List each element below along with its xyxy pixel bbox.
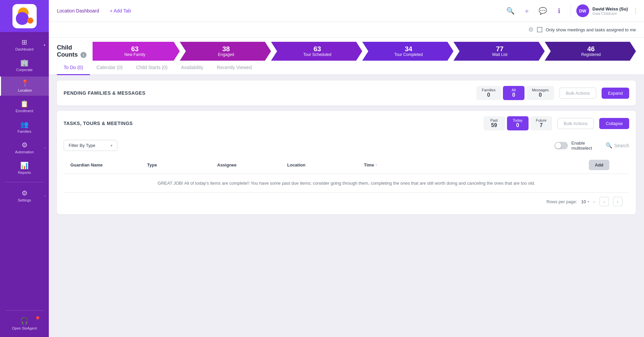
sidebar-logo bbox=[0, 0, 49, 32]
table-footer: Rows per page: 10 ▾ – ‹ › bbox=[64, 192, 629, 210]
pending-families-header: PENDING FAMILIES & MESSAGES Families0All… bbox=[57, 81, 636, 105]
logo-box bbox=[12, 4, 37, 28]
pending-bulk-actions-button[interactable]: Bulk Actions bbox=[560, 88, 596, 99]
rows-per-page-select[interactable]: 10 ▾ bbox=[581, 199, 589, 204]
topbar-tab-location-dashboard[interactable]: Location Dashboard bbox=[54, 7, 102, 15]
sidebar-item-enrollment[interactable]: 📋 Enrollment bbox=[0, 97, 49, 116]
funnel-step-registered[interactable]: 46Registered bbox=[545, 42, 636, 61]
tasks-title: TASKS, TOURS & MEETINGS bbox=[64, 121, 133, 126]
sidebar-item-label: Corporate bbox=[16, 68, 33, 72]
assigned-to-me-checkbox[interactable] bbox=[537, 27, 542, 32]
funnel-step-new-family[interactable]: 63New Family bbox=[93, 42, 180, 61]
topbar: Location Dashboard + Add Tab 🔍 ＋ 💬 ℹ DW … bbox=[49, 0, 644, 22]
multiselect-toggle[interactable] bbox=[554, 142, 568, 149]
sidebar-item-label: Reports bbox=[18, 171, 31, 175]
tab-availability[interactable]: Availability bbox=[174, 61, 210, 75]
agent-icon: 🎧 bbox=[20, 317, 29, 325]
dashboard-icon: ⊞ bbox=[22, 39, 27, 45]
main-content: Location Dashboard + Add Tab 🔍 ＋ 💬 ℹ DW … bbox=[49, 0, 644, 337]
user-more-icon[interactable]: ⋮ bbox=[633, 7, 639, 14]
pagination-next-button[interactable]: › bbox=[613, 197, 622, 206]
sidebar-item-corporate[interactable]: 🏢 Corporate bbox=[0, 56, 49, 75]
tasks-filter-group: Past59Today0Future7 bbox=[483, 116, 552, 130]
tasks-filter-past[interactable]: Past59 bbox=[483, 116, 505, 130]
toggle-thumb bbox=[555, 143, 561, 149]
sidebar-divider bbox=[5, 182, 44, 182]
location-icon: 📍 bbox=[21, 80, 29, 87]
sidebar: ⊞ Dashboard ▾ 🏢 Corporate 📍 Location 📋 E… bbox=[0, 0, 49, 337]
topbar-tabs: Location Dashboard + Add Tab bbox=[54, 7, 134, 15]
tasks-bulk-actions-button[interactable]: Bulk Actions bbox=[557, 118, 594, 129]
automation-icon: ⚙ bbox=[22, 142, 28, 148]
child-counts-label: Child Counts i bbox=[57, 44, 87, 58]
filter-by-type-dropdown[interactable]: Filter By Type ▾ bbox=[64, 140, 117, 151]
add-task-button[interactable]: Add bbox=[589, 160, 609, 170]
settings-gear-icon[interactable]: ⚙ bbox=[528, 26, 534, 33]
tab-recently-viewed[interactable]: Recently Viewed bbox=[210, 61, 259, 75]
funnel-step-tour-completed[interactable]: 34Tour Completed bbox=[362, 42, 453, 61]
sort-icon: ↑ bbox=[375, 163, 377, 167]
tab-to-do[interactable]: To Do (0) bbox=[57, 61, 90, 75]
sidebar-item-label: Enrollment bbox=[15, 109, 33, 113]
tab-calendar[interactable]: Calendar (0) bbox=[90, 61, 130, 75]
topbar-right: 🔍 ＋ 💬 ℹ DW David Weiss (Su) Gaia Childca… bbox=[505, 4, 639, 17]
sidebar-item-label: Families bbox=[18, 129, 31, 133]
tasks-card-header: TASKS, TOURS & MEETINGS Past59Today0Futu… bbox=[57, 111, 636, 136]
tasks-card: TASKS, TOURS & MEETINGS Past59Today0Futu… bbox=[57, 111, 636, 214]
pending-filter-messages[interactable]: Messages0 bbox=[527, 86, 554, 100]
table-message: GREAT JOB! All of today's items are comp… bbox=[64, 174, 629, 192]
tasks-controls: Filter By Type ▾ Enable multiselect 🔍 Se… bbox=[64, 140, 629, 151]
messages-icon-button[interactable]: 💬 bbox=[537, 5, 549, 17]
sidebar-item-dashboard[interactable]: ⊞ Dashboard ▾ bbox=[0, 35, 49, 55]
search-icon: 🔍 bbox=[606, 142, 612, 149]
sidebar-item-agent[interactable]: 🎧 Open SixAgent bbox=[0, 313, 49, 334]
pending-filter-families[interactable]: Families0 bbox=[476, 86, 501, 100]
th-type: Type bbox=[147, 160, 214, 170]
sidebar-item-label: Location bbox=[18, 88, 32, 92]
sidebar-bottom: 🎧 Open SixAgent bbox=[0, 308, 49, 337]
child-counts-info-icon[interactable]: i bbox=[80, 52, 87, 58]
multiselect-toggle-area: Enable multiselect bbox=[554, 141, 592, 151]
sidebar-item-label: Settings bbox=[18, 198, 31, 202]
sidebar-nav: ⊞ Dashboard ▾ 🏢 Corporate 📍 Location 📋 E… bbox=[0, 32, 49, 206]
corporate-icon: 🏢 bbox=[20, 59, 29, 66]
info-icon-button[interactable]: ℹ bbox=[553, 5, 565, 17]
funnel-step-tour-scheduled[interactable]: 63Tour Scheduled bbox=[271, 42, 362, 61]
search-label[interactable]: Search bbox=[614, 143, 629, 148]
th-location: Location bbox=[287, 160, 361, 170]
pagination-prev-button[interactable]: ‹ bbox=[600, 197, 609, 206]
sidebar-item-families[interactable]: 👥 Families bbox=[0, 118, 49, 137]
settings-icon: ⚙ bbox=[22, 190, 28, 196]
add-icon-button[interactable]: ＋ bbox=[521, 5, 533, 17]
tasks-collapse-button[interactable]: Collapse bbox=[599, 118, 629, 129]
th-add: Add bbox=[589, 160, 622, 170]
sidebar-item-location[interactable]: 📍 Location bbox=[0, 76, 49, 96]
funnel-step-engaged[interactable]: 38Engaged bbox=[180, 42, 271, 61]
chevron-right-icon: › bbox=[44, 194, 45, 198]
tasks-filter-future[interactable]: Future7 bbox=[531, 116, 552, 130]
sidebar-item-automation[interactable]: ⚙ Automation › bbox=[0, 138, 49, 157]
user-info: David Weiss (Su) Gaia Childcare bbox=[592, 6, 628, 16]
sidebar-item-settings[interactable]: ⚙ Settings › bbox=[0, 186, 49, 206]
filter-type-label: Filter By Type bbox=[69, 143, 95, 148]
th-time[interactable]: Time↑ bbox=[364, 160, 586, 170]
sidebar-item-label: Dashboard bbox=[15, 47, 34, 51]
rows-per-page-label: Rows per page: bbox=[546, 199, 577, 204]
content-area: ⚙ Only show meetings and tasks assigned … bbox=[49, 22, 644, 337]
add-tab-button[interactable]: + Add Tab bbox=[107, 7, 133, 15]
sidebar-item-reports[interactable]: 📊 Reports bbox=[0, 159, 49, 178]
th-assignee: Assignee bbox=[217, 160, 284, 170]
pending-filter-all[interactable]: All0 bbox=[503, 86, 524, 100]
reports-icon: 📊 bbox=[20, 162, 29, 169]
funnel-step-wait-list[interactable]: 77Wait List bbox=[453, 42, 545, 61]
pending-filter-group: Families0All0Messages0 bbox=[476, 86, 554, 100]
search-icon-button[interactable]: 🔍 bbox=[505, 5, 517, 17]
chevron-down-icon: ▾ bbox=[44, 43, 45, 47]
pending-families-title: PENDING FAMILIES & MESSAGES bbox=[64, 90, 145, 96]
pending-expand-button[interactable]: Expand bbox=[602, 88, 629, 99]
tasks-filter-today[interactable]: Today0 bbox=[507, 116, 529, 130]
chevron-right-icon: › bbox=[44, 146, 45, 150]
cards-area: PENDING FAMILIES & MESSAGES Families0All… bbox=[49, 75, 644, 220]
funnel-bar: 63New Family38Engaged63Tour Scheduled34T… bbox=[93, 42, 636, 61]
tab-child-starts[interactable]: Child Starts (0) bbox=[129, 61, 174, 75]
